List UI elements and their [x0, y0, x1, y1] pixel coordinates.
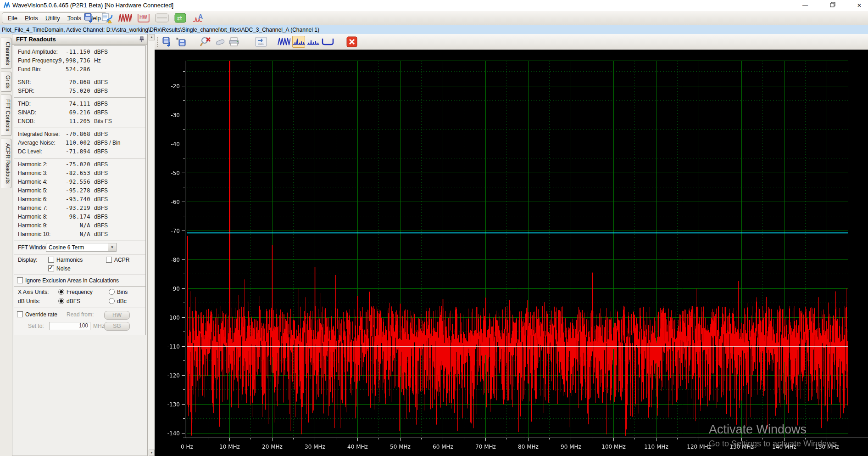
save-all-plots-button[interactable]: [175, 36, 188, 48]
rate-unit-label: MHz: [93, 323, 105, 329]
readout-row: SINAD:69.216dBFS: [14, 108, 145, 117]
restore-button[interactable]: [825, 0, 840, 11]
svg-text:A: A: [198, 13, 203, 20]
wavevision-window: WaveVision5.0.6.465 (P2R1 Beta) [No Hard…: [0, 0, 868, 456]
acpr-checkbox[interactable]: [106, 257, 112, 263]
dbc-radio[interactable]: [109, 298, 115, 304]
ignore-exclusion-section: Ignore Exclusion Areas in Calculations: [14, 275, 145, 287]
readout-row: Harmonic 4:-92.556dBFS: [14, 178, 145, 186]
readout-row: SFDR:75.020dBFS: [14, 87, 145, 96]
minimize-button[interactable]: —: [797, 0, 813, 11]
app-logo-icon: [3, 2, 11, 11]
units-section: X Axis Units: Frequency Bins dB Units: d…: [14, 287, 145, 308]
readout-row: Fund Amplitude:-11.150dBFS: [14, 48, 145, 56]
main-toolbar: HW ⇄ A: [82, 11, 206, 24]
export-report-button[interactable]: [100, 12, 114, 24]
readout-row: DC Level:-71.894dBFS: [14, 147, 145, 156]
fft-spectrum-chart[interactable]: [155, 50, 868, 456]
chevron-down-icon[interactable]: ▼: [108, 243, 116, 251]
tab-fft-controls[interactable]: FFT Controls: [1, 95, 11, 136]
sync-button[interactable]: ⇄: [173, 12, 187, 24]
noise-group: Integrated Noise:-70.868dBFS Average Noi…: [14, 128, 145, 158]
panel-header: FFT Readouts: [12, 34, 147, 45]
svg-text:HW: HW: [139, 15, 147, 20]
readout-row: Harmonic 9:N/AdBFS: [14, 221, 145, 230]
time-plot-button[interactable]: [155, 12, 169, 24]
dac-button[interactable]: DAC: [255, 36, 267, 48]
readout-row: SNR:70.868dBFS: [14, 78, 145, 87]
rate-input[interactable]: 100: [49, 322, 90, 330]
save-data-button[interactable]: [82, 12, 95, 24]
readouts-content: Fund Amplitude:-11.150dBFS Fund Frequenc…: [14, 45, 146, 335]
thd-group: THD:-74.111dBFS SINAD:69.216dBFS ENOB:11…: [14, 98, 145, 128]
waveform-capture-icon[interactable]: [118, 12, 132, 24]
sg-read-button[interactable]: SG: [104, 322, 130, 331]
frequency-radio[interactable]: [58, 289, 64, 295]
read-from-label: Read from:: [67, 311, 94, 318]
close-window-button[interactable]: ✕: [851, 0, 867, 11]
active-channel-bar: Plot_File_4_TimeDomain, Active Channel: …: [0, 25, 868, 35]
readout-row: Integrated Noise:-70.868dBFS: [14, 130, 145, 139]
pin-icon[interactable]: [139, 36, 145, 44]
scroll-down-icon[interactable]: ▼: [149, 450, 155, 456]
hardware-button[interactable]: HW: [137, 12, 150, 24]
fft-analysis-button[interactable]: A: [192, 12, 206, 24]
activate-windows-subtext: Go to Settings to activate Windows.: [709, 439, 839, 449]
readout-row: Harmonic 7:-93.219dBFS: [14, 204, 145, 213]
zoom-reset-button[interactable]: [200, 36, 212, 48]
fft-readouts-panel: FFT Readouts Fund Amplitude:-11.150dBFS …: [12, 34, 148, 456]
svg-text:DAC: DAC: [258, 42, 264, 45]
menu-file[interactable]: File: [4, 14, 21, 23]
fundamental-group: Fund Amplitude:-11.150dBFS Fund Frequenc…: [14, 46, 145, 76]
readout-row: ENOB:11.205Bits FS: [14, 117, 145, 126]
erase-button[interactable]: [214, 36, 227, 48]
readout-row: Fund Frequency:9,998,736Hz: [14, 56, 145, 65]
fft-plot-area: Activate Windows Go to Settings to activ…: [155, 50, 868, 456]
tab-channels[interactable]: Channels: [1, 38, 11, 69]
x-axis-units-label: X Axis Units:: [18, 289, 49, 295]
print-button[interactable]: [228, 36, 241, 48]
harmonics-checkbox[interactable]: [48, 257, 54, 263]
readout-row: Fund Bin:524.286: [14, 65, 145, 74]
fft-alt-plot-button[interactable]: [307, 36, 320, 48]
readout-row: Average Noise:-110.002dBFS / Bin: [14, 139, 145, 147]
menu-toolbar-row: File Plots Utility Tools Help HW ⇄: [0, 11, 868, 25]
panel-scrollbar[interactable]: ▲ ▼: [148, 34, 155, 456]
title-bar: WaveVision5.0.6.465 (P2R1 Beta) [No Hard…: [0, 0, 868, 11]
snr-group: SNR:70.868dBFS SFDR:75.020dBFS: [14, 76, 145, 98]
save-plot-button[interactable]: [161, 36, 174, 48]
panel-title: FFT Readouts: [16, 36, 56, 43]
noise-checkbox[interactable]: [48, 265, 54, 271]
menu-utility[interactable]: Utility: [42, 14, 64, 23]
time-domain-plot-button[interactable]: [278, 36, 290, 48]
active-channel-text: Plot_File_4_TimeDomain, Active Channel: …: [2, 27, 319, 33]
override-rate-checkbox[interactable]: [17, 311, 23, 317]
db-units-label: dB Units:: [18, 298, 40, 304]
readout-row: Harmonic 3:-82.653dBFS: [14, 169, 145, 178]
readout-row: Harmonic 2:-75.020dBFS: [14, 160, 145, 169]
readout-row: Harmonic 6:-93.740dBFS: [14, 195, 145, 204]
toolbar-grip[interactable]: [157, 37, 159, 47]
display-label: Display:: [18, 257, 38, 263]
close-plot-button[interactable]: [345, 36, 358, 48]
window-title: WaveVision5.0.6.465 (P2R1 Beta) [No Hard…: [12, 2, 173, 9]
scroll-up-icon[interactable]: ▲: [149, 34, 155, 40]
ignore-exclusion-checkbox[interactable]: [17, 277, 23, 283]
tab-acpr-readouts[interactable]: ACPR Readouts: [1, 139, 11, 188]
readout-row: THD:-74.111dBFS: [14, 100, 145, 108]
harmonics-group: Harmonic 2:-75.020dBFS Harmonic 3:-82.65…: [14, 158, 145, 241]
svg-text:⇄: ⇄: [177, 15, 182, 22]
side-tab-strip: Channels Grids FFT Controls ACPR Readout…: [0, 34, 12, 456]
readout-row: Harmonic 5:-95.278dBFS: [14, 186, 145, 195]
fft-window-select[interactable]: Cosine 6 Term ▼: [46, 243, 117, 252]
bins-radio[interactable]: [109, 289, 115, 295]
fft-window-section: FFT Window: Cosine 6 Term ▼: [14, 241, 145, 254]
dbfs-radio[interactable]: [58, 298, 64, 304]
override-rate-section: Override rate Read from: HW Set to: 100 …: [14, 308, 145, 335]
bathtub-plot-button[interactable]: [322, 36, 334, 48]
fft-plot-button-selected[interactable]: [292, 36, 305, 48]
readout-row: Harmonic 8:-98.174dBFS: [14, 213, 145, 221]
tab-grids[interactable]: Grids: [1, 72, 11, 92]
hw-read-button[interactable]: HW: [104, 311, 130, 320]
menu-plots[interactable]: Plots: [21, 14, 42, 23]
